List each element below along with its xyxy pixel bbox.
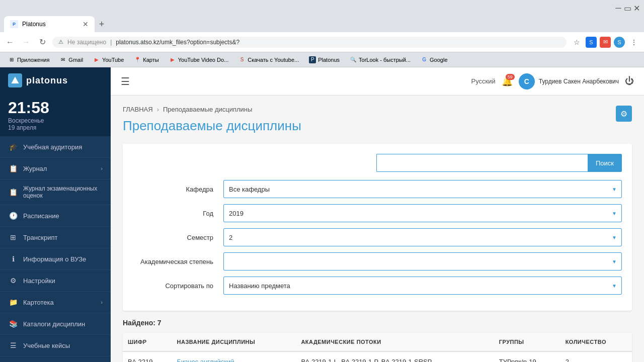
address-bar: ← → ↻ ⚠ Не защищено | platonus.atso.kz/u… — [0, 32, 644, 52]
gmail-icon: ✉ — [59, 56, 66, 63]
raspisanie-label: Расписание — [23, 212, 103, 220]
reload-button[interactable]: ↻ — [36, 36, 48, 48]
keysy-icon: ☰ — [8, 340, 18, 350]
sidebar-item-zhurnal-exam[interactable]: 📋 Журнал экзаменационных оценок — [0, 179, 111, 205]
god-select-wrap: 2019 — [223, 204, 622, 222]
kartoteka-arrow: › — [101, 299, 103, 305]
kafedra-select[interactable]: Все кафедры — [223, 180, 622, 198]
bookmark-google[interactable]: G Google — [417, 55, 451, 64]
sidebar-item-kartoteka[interactable]: 📁 Картотека › — [0, 292, 111, 313]
kartoteka-label: Картотека — [23, 299, 96, 306]
bookmark-torlook[interactable]: 🔍 TorLook - быстрый... — [346, 55, 415, 64]
god-select[interactable]: 2019 — [223, 204, 622, 222]
semestr-filter-row: Семестр 2 — [133, 228, 622, 246]
day-display: Воскресенье — [8, 117, 103, 124]
search-button[interactable]: Поиск — [588, 154, 622, 172]
sidebar-item-zhurnal[interactable]: 📋 Журнал › — [0, 158, 111, 179]
youtube-icon: ▶ — [93, 56, 100, 63]
cell-shifr: ВА 2219 — [123, 351, 172, 362]
notifications-button[interactable]: 🔔 59 — [502, 76, 513, 87]
sidebar-item-raspisanie[interactable]: 🕐 Расписание — [0, 205, 111, 227]
ucheb-label: Учебная аудитория — [23, 143, 103, 151]
close-button[interactable]: ✕ — [633, 5, 640, 12]
results-area: Найдено: 7 ШИФР НАЗВАНИЕ ДИСЦИПЛИНЫ АКАД… — [123, 319, 632, 362]
app-container: platonus 21:58 Воскресенье 19 апреля 🎓 У… — [0, 67, 644, 362]
sidebar-item-kalendar[interactable]: 📅 Календарь › — [0, 356, 111, 362]
academ-label: Академическая степень — [133, 258, 223, 265]
info-vuze-icon: ℹ — [8, 254, 18, 264]
kafedra-select-wrap: Все кафедры — [223, 180, 622, 198]
ucheb-icon: 🎓 — [8, 142, 18, 152]
col-shifr: ШИФР — [123, 333, 172, 351]
sidebar-item-transkript[interactable]: ⊞ Транскрипт — [0, 227, 111, 248]
info-vuze-label: Информация о ВУЗе — [23, 255, 103, 263]
katalogi-icon: 📚 — [8, 319, 18, 329]
page-body: ГЛАВНАЯ › Преподаваемые дисциплины Препо… — [111, 96, 644, 362]
bookmark-apps[interactable]: ⊞ Приложения — [4, 55, 53, 64]
bookmark-youtube[interactable]: ▶ YouTube — [89, 55, 128, 64]
tab-bar: P Platonus ✕ + — [0, 16, 644, 32]
sidebar-item-ucheb-auditoriya[interactable]: 🎓 Учебная аудитория — [0, 136, 111, 158]
bookmarks-bar: ⊞ Приложения ✉ Gmail ▶ YouTube 📍 Карты ▶… — [0, 52, 644, 67]
new-tab-button[interactable]: + — [95, 17, 109, 31]
bookmark-yt-video[interactable]: ▶ YouTube Video Do... — [165, 55, 233, 64]
extension-icon2[interactable]: ✉ — [600, 37, 611, 48]
sidebar-item-katalogi[interactable]: 📚 Каталоги дисциплин — [0, 313, 111, 335]
bookmark-star-icon[interactable]: ☆ — [571, 36, 583, 48]
menu-icon[interactable]: ⋮ — [628, 36, 640, 48]
tab-close-button[interactable]: ✕ — [83, 20, 89, 28]
sort-select[interactable]: Названию предмета — [223, 277, 622, 295]
breadcrumb-current: Преподаваемые дисциплины — [163, 106, 252, 113]
maps-icon: 📍 — [134, 56, 141, 63]
bookmark-platonus[interactable]: P Platonus — [305, 55, 344, 64]
user-profile-icon[interactable]: S — [614, 37, 625, 48]
sidebar-item-nastroyki[interactable]: ⚙ Настройки — [0, 270, 111, 292]
col-gruppy: ГРУППЫ — [494, 333, 560, 351]
zhurnal-exam-label: Журнал экзаменационных оценок — [23, 185, 103, 199]
sidebar-item-info-vuze[interactable]: ℹ Информация о ВУЗе — [0, 248, 111, 270]
back-button[interactable]: ← — [4, 36, 16, 48]
url-text: platonus.atso.kz/umk_files?option=subjec… — [116, 39, 560, 46]
search-wrap: Поиск — [376, 154, 622, 172]
settings-gear-button[interactable]: ⚙ — [616, 106, 632, 122]
academ-filter-row: Академическая степень — [133, 252, 622, 270]
table-row: ВА 2219 Бизнес английский ВА 2219-1-L, В… — [123, 351, 632, 362]
clock-display: 21:58 — [8, 99, 103, 117]
search-row: Поиск — [133, 154, 622, 172]
extension-icon1[interactable]: S — [586, 37, 597, 48]
hamburger-menu-button[interactable]: ☰ — [121, 75, 130, 87]
academ-select[interactable] — [223, 252, 622, 270]
language-button[interactable]: Русский — [471, 77, 495, 85]
tab-favicon: P — [10, 20, 18, 28]
forward-button[interactable]: → — [20, 36, 32, 48]
search-input[interactable] — [376, 154, 588, 172]
raspisanie-icon: 🕐 — [8, 211, 18, 221]
download-icon: S — [238, 56, 246, 63]
breadcrumb-separator: › — [157, 106, 159, 113]
semestr-select[interactable]: 2 — [223, 228, 622, 246]
cell-gruppy: ТУРопк/р-19 — [494, 351, 560, 362]
filter-area: Поиск Кафедра Все кафедры Год — [123, 144, 632, 311]
sidebar-menu: 🎓 Учебная аудитория 📋 Журнал › 📋 Журнал … — [0, 136, 111, 362]
academ-select-wrap — [223, 252, 622, 270]
active-tab[interactable]: P Platonus ✕ — [4, 16, 95, 32]
cell-potoki: ВА 2219-1-L, ВА 2219-1-P, ВА 2219-1-SRSP — [296, 351, 494, 362]
cell-name: Бизнес английский — [172, 351, 296, 362]
bookmark-maps[interactable]: 📍 Карты — [130, 55, 163, 64]
col-potoki: АКАДЕМИЧЕСКИЕ ПОТОКИ — [296, 333, 494, 351]
cell-count: 2 — [560, 351, 632, 362]
main-content: ☰ Русский 🔔 59 С Турдиев Сакен Анарбеков… — [111, 67, 644, 362]
minimize-button[interactable]: ─ — [615, 5, 622, 12]
bookmark-download[interactable]: S Скачать с Youtube... — [234, 55, 303, 64]
maximize-button[interactable]: ▭ — [624, 5, 631, 12]
apps-icon: ⊞ — [8, 56, 15, 63]
sidebar-item-ucheb-keysy[interactable]: ☰ Учебные кейсы — [0, 335, 111, 356]
breadcrumb-home[interactable]: ГЛАВНАЯ — [123, 106, 153, 113]
discipline-link[interactable]: Бизнес английский — [177, 358, 234, 362]
semestr-select-wrap: 2 — [223, 228, 622, 246]
kafedra-filter-row: Кафедра Все кафедры — [133, 180, 622, 198]
sort-filter-row: Сортировать по Названию предмета — [133, 277, 622, 295]
url-bar[interactable]: ⚠ Не защищено | platonus.atso.kz/umk_fil… — [52, 37, 567, 48]
bookmark-gmail[interactable]: ✉ Gmail — [55, 55, 87, 64]
power-button[interactable]: ⏻ — [625, 76, 634, 86]
